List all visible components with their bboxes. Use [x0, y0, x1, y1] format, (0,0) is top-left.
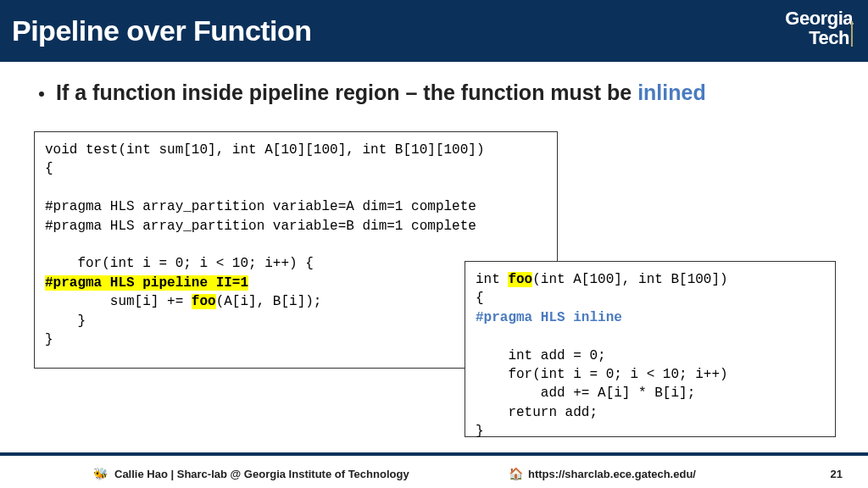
logo-text-bot: Tech [809, 27, 849, 48]
bullet-point: If a function inside pipeline region – t… [34, 80, 834, 105]
footer-url: https://sharclab.ece.gatech.edu/ [528, 468, 696, 480]
code-line: for(int i = 0; i < 10; i++) [476, 367, 728, 382]
slide-header: Pipeline over Function Georgia Tech [0, 0, 868, 62]
code-line: sum[i] += [45, 294, 192, 309]
footer-author: Callie Hao | Sharc-lab @ Georgia Institu… [114, 468, 409, 480]
code-line-hl-foo: foo [508, 272, 532, 287]
page-number: 21 [831, 468, 843, 480]
gt-logo: Georgia Tech [785, 9, 853, 53]
code-line: int [476, 272, 508, 287]
code-line: for(int i = 0; i < 10; i++) { [45, 256, 314, 271]
code-line: return add; [476, 405, 598, 420]
code-line-hl-foo: foo [192, 294, 216, 309]
buzz-icon: 🐝 [93, 467, 108, 480]
slide-title: Pipeline over Function [12, 14, 312, 47]
code-block-foo: int foo(int A[100], int B[100]) { #pragm… [465, 261, 836, 437]
code-line: } [476, 424, 484, 439]
bullet-pre: If a function inside pipeline region – t… [56, 80, 637, 104]
code-line: { [476, 291, 484, 306]
content-area: If a function inside pipeline region – t… [0, 62, 868, 105]
footer-mid: 🏠 https://sharclab.ece.gatech.edu/ [509, 467, 696, 480]
bullet-accent: inlined [637, 80, 706, 104]
logo-accent [851, 21, 853, 47]
footer-left: 🐝 Callie Hao | Sharc-lab @ Georgia Insti… [93, 467, 409, 480]
logo-text-top: Georgia [785, 9, 853, 28]
footer: 🐝 Callie Hao | Sharc-lab @ Georgia Insti… [0, 459, 868, 488]
footer-rule [0, 452, 868, 456]
code-line: add += A[i] * B[i]; [476, 385, 695, 401]
home-icon: 🏠 [509, 467, 523, 480]
code-line: #pragma HLS array_partition variable=B d… [45, 219, 476, 234]
code-line: } [45, 313, 86, 329]
code-line: { [45, 161, 53, 176]
code-line: (A[i], B[i]); [216, 294, 322, 309]
code-line: #pragma HLS array_partition variable=A d… [45, 199, 476, 214]
code-line: int add = 0; [476, 348, 606, 363]
code-line: (int A[100], int B[100]) [532, 272, 727, 287]
bullet-text: If a function inside pipeline region – t… [56, 80, 706, 105]
code-line-blue-pragma: #pragma HLS inline [476, 310, 622, 325]
bullet-dot-icon [39, 92, 44, 97]
code-line: } [45, 332, 53, 347]
code-line-hl-pragma: #pragma HLS pipeline II=1 [45, 275, 248, 291]
code-line: void test(int sum[10], int A[10][100], i… [45, 142, 484, 158]
